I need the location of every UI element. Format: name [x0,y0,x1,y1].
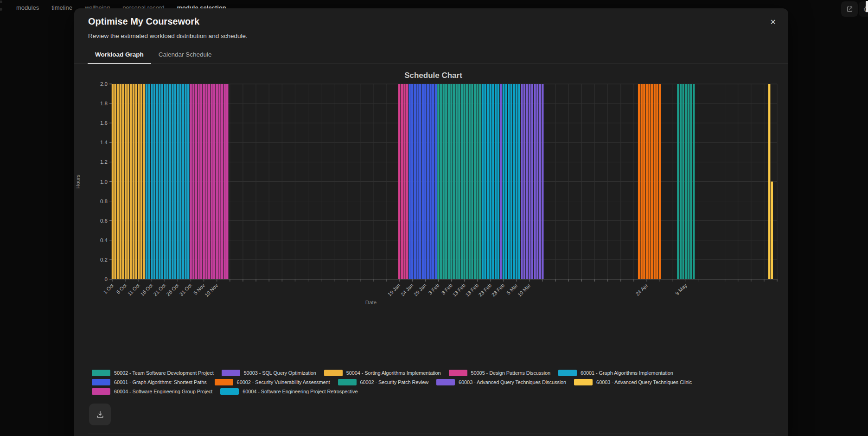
svg-text:6 Oct: 6 Oct [115,282,128,295]
legend-item-60003-advanced-que[interactable]: 60003 - Advanced Query Techniques Discus… [436,379,566,385]
legend-item-60001-graph-algori[interactable]: 60001 - Graph Algorithms: Shortest Paths [92,379,207,385]
legend-swatch [215,379,233,385]
svg-text:10 Nov: 10 Nov [204,282,219,298]
svg-text:16 Oct: 16 Oct [139,282,153,297]
svg-text:1.4: 1.4 [100,140,108,145]
svg-text:9 May: 9 May [674,282,688,296]
legend-swatch [92,379,110,385]
nav-item-modules[interactable]: modules [16,4,39,11]
legend-item-60004-software-eng[interactable]: 60004 - Software Engineering Project Ret… [220,388,357,395]
svg-text:18 Feb: 18 Feb [464,282,479,298]
legend-label: 60001 - Graph Algorithms Implementation [581,370,673,376]
legend-swatch [558,370,577,376]
app-logo [0,0,13,16]
legend-swatch [449,370,467,376]
legend-swatch [222,370,240,376]
legend-swatch [92,370,110,376]
nav-item-timeline[interactable]: timeline [51,4,72,11]
corner-sliver [866,1,868,12]
legend-item-60001-graph-algori[interactable]: 60001 - Graph Algorithms Implementation [558,370,673,376]
svg-text:11 Oct: 11 Oct [127,282,141,297]
legend-label: 50003 - SQL Query Optimization [244,370,316,376]
legend-item-50003-sql-query-op[interactable]: 50003 - SQL Query Optimization [222,370,316,376]
svg-text:0.8: 0.8 [100,199,108,204]
svg-text:1.8: 1.8 [100,101,108,106]
legend-label: 60004 - Software Engineering Project Ret… [243,389,357,394]
svg-text:3 Feb: 3 Feb [427,282,440,295]
legend-label: 50004 - Sorting Algorithms Implementatio… [346,370,441,376]
svg-text:1.0: 1.0 [100,179,108,185]
svg-text:1.2: 1.2 [100,159,108,165]
svg-text:0: 0 [105,276,108,282]
svg-text:1.6: 1.6 [100,120,108,126]
legend-swatch [324,370,343,376]
legend-label: 60002 - Security Vulnerability Assessmen… [237,379,330,385]
legend-item-60004-software-eng[interactable]: 60004 - Software Engineering Group Proje… [92,388,212,395]
open-external-button[interactable] [841,1,858,17]
dialog-subtitle: Review the estimated workload distributi… [88,32,248,39]
svg-text:29 Jan: 29 Jan [413,282,428,297]
legend-item-60003-advanced-que[interactable]: 60003 - Advanced Query Techniques Clinic [574,379,692,385]
tab-workload-graph[interactable]: Workload Graph [88,47,151,64]
svg-text:13 Feb: 13 Feb [451,282,466,298]
svg-text:Hours: Hours [75,174,81,189]
svg-text:24 Jan: 24 Jan [400,282,415,297]
close-button[interactable]: ✕ [770,19,776,26]
svg-text:0.2: 0.2 [100,257,108,263]
legend-label: 60003 - Advanced Query Techniques Clinic [596,379,692,385]
legend-label: 50005 - Design Patterns Discussion [471,370,550,376]
legend-item-50002-team-softwar[interactable]: 50002 - Team Software Development Projec… [92,370,214,376]
download-icon [96,410,105,419]
svg-text:19 Jan: 19 Jan [387,282,402,297]
legend-item-60002-security-pat[interactable]: 60002 - Security Patch Review [338,379,429,385]
legend-item-50005-design-patte[interactable]: 50005 - Design Patterns Discussion [449,370,550,376]
legend-label: 60001 - Graph Algorithms: Shortest Paths [114,379,207,385]
legend-label: 50002 - Team Software Development Projec… [114,370,214,376]
bottom-divider [88,434,775,434]
svg-text:21 Oct: 21 Oct [152,282,166,297]
legend-swatch [574,379,593,385]
legend-label: 60004 - Software Engineering Group Proje… [114,389,212,394]
legend-label: 60003 - Advanced Query Techniques Discus… [459,379,566,385]
svg-text:Schedule Chart: Schedule Chart [404,71,462,80]
svg-text:0.4: 0.4 [100,237,108,243]
svg-text:Date: Date [365,300,377,305]
dialog-tabs: Workload GraphCalendar Schedule [74,47,788,64]
legend-swatch [92,388,110,395]
legend-swatch [338,379,357,385]
optimise-coursework-dialog: Optimise My Coursework ✕ Review the esti… [74,8,788,436]
svg-text:31 Oct: 31 Oct [179,282,193,297]
legend-label: 60002 - Security Patch Review [360,379,429,385]
close-icon: ✕ [770,18,776,26]
svg-text:0.6: 0.6 [100,218,108,224]
svg-text:24 Apr: 24 Apr [634,282,649,297]
legend-swatch [220,388,239,395]
legend-swatch [436,379,455,385]
legend-item-60002-security-vul[interactable]: 60002 - Security Vulnerability Assessmen… [215,379,330,385]
svg-text:10 Mar: 10 Mar [517,282,532,298]
svg-text:26 Oct: 26 Oct [166,282,180,297]
download-chart-button[interactable] [89,404,111,425]
chart-legend: 50002 - Team Software Development Projec… [92,370,773,398]
tab-calendar-schedule[interactable]: Calendar Schedule [151,47,219,64]
schedule-chart: 1 Oct6 Oct11 Oct16 Oct21 Oct26 Oct31 Oct… [74,65,788,318]
svg-text:23 Feb: 23 Feb [478,282,493,298]
legend-item-50004-sorting-algo[interactable]: 50004 - Sorting Algorithms Implementatio… [324,370,441,376]
external-link-icon [846,5,854,13]
dialog-title: Optimise My Coursework [88,16,199,27]
svg-text:2.0: 2.0 [100,81,108,87]
svg-text:28 Feb: 28 Feb [491,282,506,298]
svg-text:1 Oct: 1 Oct [102,282,115,295]
